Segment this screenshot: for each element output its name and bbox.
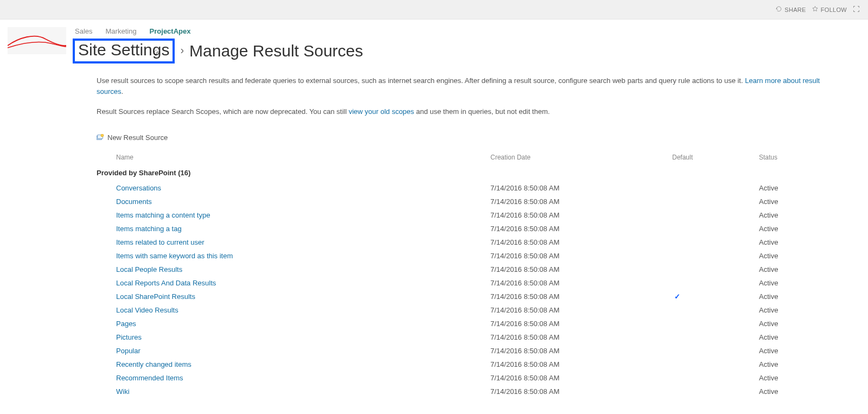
- site-logo[interactable]: [8, 27, 66, 54]
- group-header: Provided by SharePoint (16): [97, 165, 825, 181]
- result-source-link[interactable]: Popular: [116, 347, 141, 355]
- site-settings-link[interactable]: Site Settings: [73, 39, 175, 63]
- view-old-scopes-link[interactable]: view your old scopes: [349, 107, 414, 116]
- creation-date: 7/14/2016 8:50:08 AM: [490, 387, 672, 396]
- result-source-link[interactable]: Items related to current user: [116, 238, 205, 246]
- header-area: SalesMarketingProjectApex Site Settings …: [0, 20, 868, 63]
- share-icon: [775, 5, 782, 14]
- table-row: Local People Results7/14/2016 8:50:08 AM…: [97, 263, 825, 276]
- result-source-link[interactable]: Recently changed items: [116, 360, 192, 368]
- new-result-source-label: New Result Source: [107, 133, 168, 142]
- top-nav-item[interactable]: Sales: [75, 27, 93, 35]
- result-source-link[interactable]: Recommended Items: [116, 374, 183, 382]
- result-source-link[interactable]: Conversations: [116, 184, 161, 192]
- content: Use result sources to scope search resul…: [0, 63, 825, 414]
- creation-date: 7/14/2016 8:50:08 AM: [490, 320, 672, 328]
- col-header-name: Name: [116, 154, 490, 161]
- share-button[interactable]: SHARE: [775, 5, 806, 14]
- site-settings-label: Site Settings: [78, 41, 169, 59]
- creation-date: 7/14/2016 8:50:08 AM: [490, 198, 672, 206]
- status: Active: [759, 292, 825, 301]
- intro-2-a: Result Sources replace Search Scopes, wh…: [97, 107, 349, 116]
- status: Active: [759, 252, 825, 260]
- top-nav: SalesMarketingProjectApex: [73, 25, 860, 39]
- creation-date: 7/14/2016 8:50:08 AM: [490, 225, 672, 233]
- result-source-link[interactable]: Items matching a tag: [116, 225, 182, 233]
- star-icon: [812, 5, 819, 14]
- table-row: Items related to current user7/14/2016 8…: [97, 235, 825, 249]
- table-row: Documents7/14/2016 8:50:08 AMActive: [97, 195, 825, 208]
- creation-date: 7/14/2016 8:50:08 AM: [490, 252, 672, 260]
- status: Active: [759, 225, 825, 233]
- creation-date: 7/14/2016 8:50:08 AM: [490, 279, 672, 287]
- result-source-link[interactable]: Items with same keyword as this item: [116, 252, 233, 260]
- focus-on-content-button[interactable]: [852, 5, 860, 14]
- result-source-link[interactable]: Local People Results: [116, 265, 182, 273]
- result-source-link[interactable]: Pictures: [116, 333, 142, 341]
- table-header-row: Name Creation Date Default Status: [97, 150, 825, 165]
- table-row: Local Reports And Data Results7/14/2016 …: [97, 276, 825, 290]
- table-row: Recently changed items7/14/2016 8:50:08 …: [97, 358, 825, 371]
- intro-paragraph-2: Result Sources replace Search Scopes, wh…: [97, 106, 825, 117]
- intro-2-b: and use them in queries, but not edit th…: [414, 107, 550, 116]
- col-header-creation-date: Creation Date: [490, 154, 672, 161]
- result-source-link[interactable]: Pages: [116, 320, 136, 328]
- status: Active: [759, 211, 825, 219]
- table-row: Pictures7/14/2016 8:50:08 AMActive: [97, 330, 825, 344]
- result-sources-table: Name Creation Date Default Status Provid…: [97, 150, 825, 398]
- follow-button[interactable]: FOLLOW: [812, 5, 847, 14]
- table-row: Items matching a content type7/14/2016 8…: [97, 208, 825, 222]
- intro-1-b: .: [122, 87, 124, 95]
- table-row: Pages7/14/2016 8:50:08 AMActive: [97, 317, 825, 330]
- status: Active: [759, 387, 825, 396]
- creation-date: 7/14/2016 8:50:08 AM: [490, 238, 672, 246]
- creation-date: 7/14/2016 8:50:08 AM: [490, 211, 672, 219]
- new-result-source-button[interactable]: New Result Source: [97, 133, 825, 142]
- svg-point-2: [101, 134, 104, 137]
- status: Active: [759, 320, 825, 328]
- status: Active: [759, 238, 825, 246]
- breadcrumb-separator: ›: [180, 44, 184, 59]
- status: Active: [759, 279, 825, 287]
- status: Active: [759, 333, 825, 341]
- table-row: Items matching a tag7/14/2016 8:50:08 AM…: [97, 222, 825, 235]
- result-source-link[interactable]: Items matching a content type: [116, 211, 210, 219]
- share-label: SHARE: [784, 7, 806, 13]
- creation-date: 7/14/2016 8:50:08 AM: [490, 360, 672, 368]
- creation-date: 7/14/2016 8:50:08 AM: [490, 347, 672, 355]
- result-source-link[interactable]: Wiki: [116, 387, 130, 396]
- status: Active: [759, 306, 825, 314]
- page-title-text: Manage Result Sources: [189, 42, 363, 60]
- table-row: Popular7/14/2016 8:50:08 AMActive: [97, 344, 825, 358]
- result-source-link[interactable]: Documents: [116, 198, 152, 206]
- result-source-link[interactable]: Local Video Results: [116, 306, 178, 314]
- creation-date: 7/14/2016 8:50:08 AM: [490, 306, 672, 314]
- default-indicator: ✓: [672, 292, 759, 301]
- table-row: Recommended Items7/14/2016 8:50:08 AMAct…: [97, 371, 825, 385]
- page-title: Site Settings › Manage Result Sources: [73, 39, 860, 63]
- creation-date: 7/14/2016 8:50:08 AM: [490, 292, 672, 301]
- status: Active: [759, 374, 825, 382]
- table-row: Local Video Results7/14/2016 8:50:08 AMA…: [97, 303, 825, 317]
- table-row: Conversations7/14/2016 8:50:08 AMActive: [97, 181, 825, 195]
- creation-date: 7/14/2016 8:50:08 AM: [490, 333, 672, 341]
- table-row: Local SharePoint Results7/14/2016 8:50:0…: [97, 290, 825, 303]
- status: Active: [759, 347, 825, 355]
- intro-1-a: Use result sources to scope search resul…: [97, 77, 745, 85]
- focus-icon: [852, 5, 860, 14]
- col-header-default: Default: [672, 154, 759, 161]
- result-source-link[interactable]: Local Reports And Data Results: [116, 279, 216, 287]
- result-source-link[interactable]: Local SharePoint Results: [116, 292, 195, 301]
- table-row: Wiki7/14/2016 8:50:08 AMActive: [97, 385, 825, 398]
- intro-paragraph-1: Use result sources to scope search resul…: [97, 75, 825, 97]
- status: Active: [759, 184, 825, 192]
- new-icon: [97, 134, 104, 141]
- status: Active: [759, 198, 825, 206]
- creation-date: 7/14/2016 8:50:08 AM: [490, 374, 672, 382]
- follow-label: FOLLOW: [821, 7, 847, 13]
- status: Active: [759, 360, 825, 368]
- top-nav-item[interactable]: Marketing: [106, 27, 137, 35]
- top-nav-item[interactable]: ProjectApex: [150, 27, 191, 35]
- status: Active: [759, 265, 825, 273]
- creation-date: 7/14/2016 8:50:08 AM: [490, 265, 672, 273]
